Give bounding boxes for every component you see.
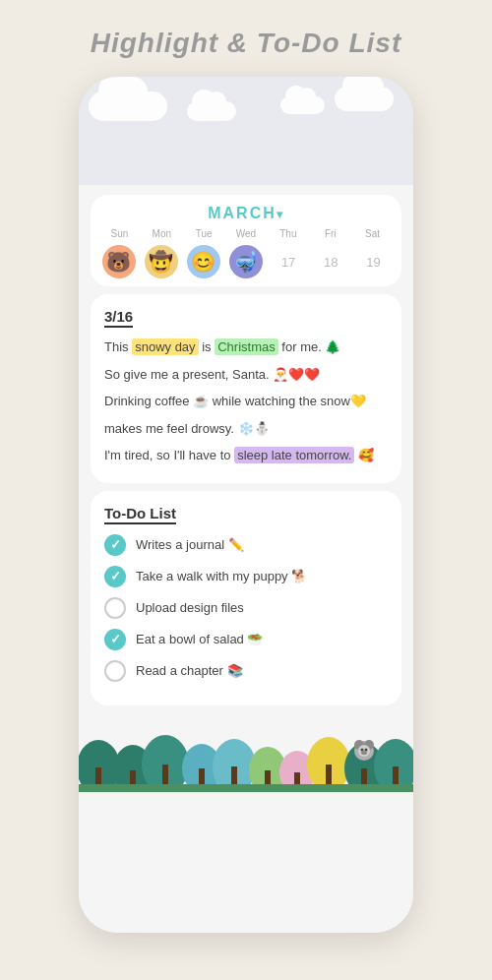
todo-item[interactable]: Upload design files: [104, 597, 388, 619]
phone-content[interactable]: MARCH▾ SunMonTueWedThuFriSat 🐻🤠😊🤿171819 …: [79, 185, 413, 933]
journal-line: This snowy day is Christmas for me. 🌲: [104, 337, 388, 357]
calendar-date[interactable]: 🤿: [225, 245, 266, 278]
journal-line: I'm tired, so I'll have to sleep late to…: [104, 446, 388, 465]
weekday-label: Tue: [183, 228, 225, 239]
calendar-date[interactable]: 17: [269, 249, 309, 276]
weekdays-row: SunMonTueWedThuFriSat: [98, 228, 394, 239]
todo-label: Writes a journal ✏️: [136, 537, 244, 552]
cloud-4: [280, 96, 325, 114]
svg-rect-27: [79, 784, 413, 792]
todo-item[interactable]: ✓Writes a journal ✏️: [104, 534, 388, 556]
todo-item[interactable]: Read a chapter 📚: [104, 660, 388, 682]
weekday-label: Sat: [351, 228, 394, 239]
weekday-label: Thu: [267, 228, 309, 239]
weekday-label: Mon: [141, 228, 183, 239]
page-title: Highlight & To-Do List: [91, 28, 401, 59]
journal-line: So give me a present, Santa. 🎅❤️❤️: [104, 365, 388, 385]
calendar-section: MARCH▾ SunMonTueWedThuFriSat 🐻🤠😊🤿171819: [91, 195, 401, 286]
todo-label: Eat a bowl of salad 🥗: [136, 632, 263, 646]
phone-frame: MARCH▾ SunMonTueWedThuFriSat 🐻🤠😊🤿171819 …: [79, 77, 413, 933]
todo-label: Upload design files: [136, 600, 244, 615]
calendar-date[interactable]: 19: [353, 249, 394, 276]
checkbox-checked[interactable]: ✓: [104, 534, 126, 556]
weekday-label: Fri: [309, 228, 351, 239]
todo-label: Take a walk with my puppy 🐕: [136, 569, 307, 583]
journal-section: 3/16 This snowy day is Christmas for me.…: [91, 294, 401, 483]
month-header: MARCH▾: [98, 205, 394, 222]
svg-rect-5: [162, 765, 168, 786]
week-dates-row: 🐻🤠😊🤿171819: [98, 245, 394, 278]
svg-point-24: [361, 748, 364, 751]
journal-lines: This snowy day is Christmas for me. 🌲So …: [104, 337, 388, 465]
todo-item[interactable]: ✓Take a walk with my puppy 🐕: [104, 566, 388, 587]
svg-point-26: [361, 751, 367, 755]
todo-items-list: ✓Writes a journal ✏️✓Take a walk with my…: [104, 534, 388, 682]
journal-date: 3/16: [104, 308, 133, 328]
checkbox-checked[interactable]: ✓: [104, 629, 126, 650]
todo-item[interactable]: ✓Eat a bowl of salad 🥗: [104, 629, 388, 650]
cloud-2: [335, 87, 394, 111]
calendar-date[interactable]: 😊: [183, 245, 223, 278]
forest-footer: [79, 713, 413, 792]
todo-title: To-Do List: [104, 505, 176, 524]
todo-section: To-Do List ✓Writes a journal ✏️✓Take a w…: [91, 491, 401, 705]
forest-svg: [79, 713, 413, 792]
cloud-1: [89, 92, 167, 121]
weekday-label: Sun: [98, 228, 141, 239]
journal-line: Drinking coffee ☕ while watching the sno…: [104, 392, 388, 411]
checkbox-checked[interactable]: ✓: [104, 566, 126, 587]
weekday-label: Wed: [225, 228, 268, 239]
checkbox-unchecked[interactable]: [104, 597, 126, 619]
checkbox-unchecked[interactable]: [104, 660, 126, 682]
calendar-date[interactable]: 🐻: [98, 245, 139, 278]
calendar-date[interactable]: 18: [311, 249, 351, 276]
journal-line: makes me feel drowsy. ❄️⛄: [104, 419, 388, 439]
todo-label: Read a chapter 📚: [136, 663, 243, 678]
phone-header: [79, 77, 413, 185]
cloud-3: [187, 101, 236, 121]
calendar-date[interactable]: 🤠: [141, 245, 181, 278]
svg-point-25: [365, 748, 368, 751]
